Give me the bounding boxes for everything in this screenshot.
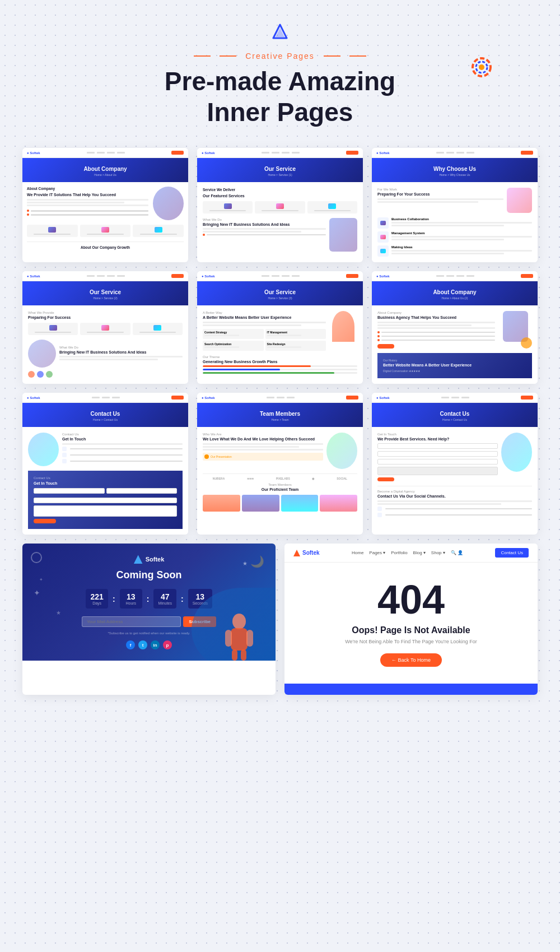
nav-btn — [171, 151, 184, 155]
nav-logo: ● Softek — [27, 275, 40, 278]
card-nav: ● Softek — [197, 271, 363, 281]
card-team-members[interactable]: ● Softek Team Members Home > Team Who We… — [197, 393, 363, 535]
card-nav: ● Softek — [372, 148, 538, 158]
card-our-service-3[interactable]: ● Softek Our Service Home > Service (3) … — [197, 271, 363, 384]
nav-link-portfolio[interactable]: Portfolio — [391, 550, 407, 555]
card-content: About Company We Provide IT Solutions Th… — [22, 182, 188, 255]
list-item — [27, 210, 148, 212]
nav-links: Home Pages ▾ Portfolio Blog ▾ Shop ▾ 🔍 👤 — [352, 550, 463, 555]
nav-logo: ● Softek — [202, 396, 215, 400]
main-title: Pre-made Amazing Inner Pages — [22, 66, 538, 128]
card-nav: ● Softek — [372, 271, 538, 281]
card-content: About Company Business Agency That Helps… — [372, 305, 538, 384]
facebook-icon[interactable]: f — [126, 640, 135, 649]
logo-text: Softek — [146, 556, 165, 563]
service-grid — [28, 323, 183, 335]
svg-point-4 — [479, 64, 484, 70]
card-hero: Contact Us Home > Contact Us — [22, 403, 188, 427]
card-nav: ● Softek — [197, 148, 363, 158]
subscribe-button[interactable]: Subscribe — [183, 616, 216, 627]
timer: 221 Days : 13 Hours : 47 Minutes : — [86, 589, 212, 609]
hero-sub: Home > About Us — [94, 173, 116, 177]
form-field — [377, 459, 498, 465]
card-contact-us-1[interactable]: ● Softek Contact Us Home > Contact Us Co… — [22, 393, 188, 535]
svg-rect-7 — [225, 630, 232, 647]
nav-links — [262, 275, 300, 277]
nav-link-pages[interactable]: Pages ▾ — [369, 550, 385, 555]
nav-links — [262, 152, 300, 154]
card-hero: Contact Us Home > Contact Us — [372, 403, 538, 427]
hero-sub: Home > Team — [271, 418, 288, 421]
twitter-icon[interactable]: t — [138, 640, 147, 649]
nav-links — [267, 397, 295, 398]
nav-logo: ● Softek — [202, 275, 215, 278]
card-content: What We Provide Preparing For Success Wh… — [22, 305, 188, 383]
card-bottom: Our History Better Website Means A Bette… — [377, 353, 532, 378]
bottom-grid: ★ ✦ Softek Coming Soon 221 Days : 13 Hou… — [22, 544, 538, 695]
nav-btn — [346, 151, 358, 155]
nav-logo: ● Softek — [376, 275, 390, 278]
card-hero: Our Service Home > Service (2) — [22, 281, 188, 305]
email-input[interactable] — [82, 616, 181, 627]
coming-soon-logo: Softek — [134, 555, 165, 564]
coming-soon-card[interactable]: ★ ✦ Softek Coming Soon 221 Days : 13 Hou… — [22, 544, 276, 695]
card-content: Contact Us Get In Touch Contact Us Get I… — [22, 427, 188, 535]
card-about-company-1[interactable]: ● Softek About Company Home > About Us A… — [22, 148, 188, 262]
timer-seconds: 13 Seconds — [188, 589, 212, 609]
social-icons: f t in p — [126, 640, 172, 649]
card-content: A Better Way A Better Website Means Bett… — [197, 305, 363, 381]
card-nav: ● Softek — [22, 271, 188, 281]
hero-title: Contact Us — [91, 411, 120, 417]
ring-decoration — [470, 56, 493, 81]
card-about-company-2[interactable]: ● Softek About Company Home > About Us (… — [372, 271, 538, 384]
card-our-service-2[interactable]: ● Softek Our Service Home > Service (2) … — [22, 271, 188, 384]
error-page-card[interactable]: Softek Home Pages ▾ Portfolio Blog ▾ Sho… — [284, 544, 538, 695]
bottom-text: Digital Conversation ★★★★★ — [383, 369, 526, 373]
card-hero: Why Choose Us Home > Why Choose Us — [372, 158, 538, 182]
nav-logo: Softek — [293, 550, 320, 556]
nav-links — [92, 397, 120, 398]
logo-icon — [271, 22, 289, 43]
card-hero: Our Service Home > Service (1) — [197, 158, 363, 182]
linkedin-icon[interactable]: in — [151, 640, 160, 649]
bottom-title: Better Website Means A Better User Exper… — [383, 363, 526, 367]
nav-link-home[interactable]: Home — [352, 550, 363, 555]
coming-soon-title: Coming Soon — [116, 569, 182, 581]
hero-title: Team Members — [260, 411, 300, 417]
creative-pages-text: Creative Pages — [245, 52, 315, 61]
card-why-choose-us[interactable]: ● Softek Why Choose Us Home > Why Choose… — [372, 148, 538, 262]
hero-title: Our Service — [264, 166, 296, 172]
svg-rect-9 — [232, 649, 237, 661]
card-contact-us-2[interactable]: ● Softek Contact Us Home > Contact Us Ge… — [372, 393, 538, 535]
back-to-home-button[interactable]: ← Back To Home — [380, 653, 442, 667]
nav-links — [87, 152, 125, 154]
hero-sub: Home > Service (1) — [268, 173, 292, 177]
hero-title: Contact Us — [440, 411, 470, 417]
pages-grid-row1: ● Softek About Company Home > About Us A… — [22, 148, 538, 262]
why-list: Business Collaboration Management System — [377, 217, 532, 257]
page-wrapper: Creative Pages Pre-made Amazing Inner Pa… — [0, 0, 560, 728]
card-our-service-1[interactable]: ● Softek Our Service Home > Service (1) … — [197, 148, 363, 262]
timer-minutes: 47 Minutes — [153, 589, 176, 609]
error-content: 404 Oops! Page Is Not Available We're No… — [284, 563, 538, 684]
card-content: Get In Touch We Provide Best Services. N… — [372, 427, 538, 524]
svg-rect-8 — [246, 630, 253, 647]
nav-logo: ● Softek — [202, 151, 215, 155]
nav-logo: ● Softek — [27, 151, 40, 155]
accent-line-right — [324, 55, 340, 57]
hero-sub: Home > About Us (2) — [442, 296, 468, 300]
nav-links — [436, 275, 474, 277]
nav-btn — [521, 151, 533, 155]
form-field — [377, 443, 498, 449]
pages-grid-row3: ● Softek Contact Us Home > Contact Us Co… — [22, 393, 538, 535]
nav-contact-button[interactable]: Contact Us — [495, 548, 529, 558]
nav-link-shop[interactable]: Shop ▾ — [431, 550, 445, 555]
nav-link-blog[interactable]: Blog ▾ — [413, 550, 426, 555]
card-hero: Team Members Home > Team — [197, 403, 363, 427]
nav-links — [441, 397, 469, 398]
nav-btn — [171, 274, 184, 278]
nav-btn — [521, 274, 533, 278]
pinterest-icon[interactable]: p — [163, 640, 172, 649]
timer-hours: 13 Hours — [120, 589, 142, 609]
error-description: We're Not Being Able To Find The Page Yo… — [296, 639, 526, 644]
